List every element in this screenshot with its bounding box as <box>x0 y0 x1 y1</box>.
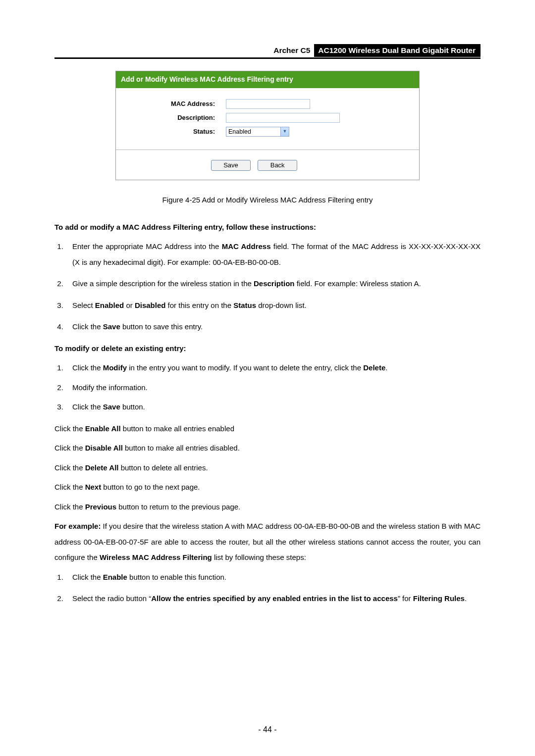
text: MAC Address <box>222 242 271 251</box>
text: Filtering Rules <box>413 594 465 603</box>
figure-caption: Figure 4-25 Add or Modify Wireless MAC A… <box>54 194 481 205</box>
text: Click the <box>72 322 103 331</box>
header-model: Archer C5 <box>269 45 314 56</box>
list-item: Give a simple description for the wirele… <box>65 276 481 292</box>
panel-banner: Add or Modify Wireless MAC Address Filte… <box>116 71 419 88</box>
label-mac: MAC Address: <box>131 99 226 109</box>
panel-body: MAC Address: Description: Status: ▼ <box>116 88 419 150</box>
para: Click the Enable All button to make all … <box>54 421 481 437</box>
list-item: Select Enabled or Disabled for this entr… <box>65 298 481 313</box>
header-product: AC1200 Wireless Dual Band Gigabit Router <box>314 44 481 57</box>
text: . <box>465 594 467 603</box>
row-mac: MAC Address: <box>131 99 404 109</box>
text: Enable <box>103 573 127 581</box>
text: Click the <box>54 503 85 511</box>
mac-filter-panel: Add or Modify Wireless MAC Address Filte… <box>115 71 420 180</box>
text: Save <box>103 403 120 411</box>
example-para: For example: If you desire that the wire… <box>54 518 481 565</box>
status-select-wrap[interactable]: ▼ <box>226 127 289 137</box>
text: button to go to the next page. <box>101 483 200 491</box>
text: Modify <box>103 363 127 372</box>
text: Allow the entries specified by any enabl… <box>151 594 398 603</box>
para: Click the Delete All button to delete al… <box>54 460 481 476</box>
text: ” for <box>398 594 413 603</box>
text: Previous <box>85 503 116 511</box>
label-desc: Description: <box>131 113 226 123</box>
text: in the entry you want to modify. If you … <box>127 363 363 372</box>
text: Delete <box>363 363 385 372</box>
mac-address-input[interactable] <box>226 99 310 109</box>
heading-modify: To modify or delete an existing entry: <box>54 344 186 353</box>
para: Click the Next button to go to the next … <box>54 479 481 495</box>
text: for this entry on the <box>165 301 233 309</box>
para: Click the Previous button to return to t… <box>54 499 481 515</box>
list-item: Click the Modify in the entry you want t… <box>65 360 481 376</box>
header-rule <box>54 57 481 59</box>
text: Delete All <box>85 463 119 472</box>
text: Enable All <box>85 424 121 433</box>
text: button to return to the previous page. <box>116 503 240 511</box>
text: Status <box>233 301 256 309</box>
list-item: Click the Save button to save this entry… <box>65 319 481 335</box>
list-steps: Click the Enable button to enable this f… <box>54 569 481 606</box>
text: field. For example: Wireless station A. <box>295 279 421 288</box>
text: button to enable this function. <box>127 573 226 581</box>
text: Enabled <box>95 301 124 309</box>
text: Click the <box>72 403 103 411</box>
text: Click the <box>72 363 103 372</box>
save-button[interactable]: Save <box>211 160 251 171</box>
text: Give a simple description for the wirele… <box>72 279 254 288</box>
label-status: Status: <box>131 127 226 137</box>
row-desc: Description: <box>131 113 404 123</box>
text: Click the <box>54 424 85 433</box>
text: Save <box>103 322 120 331</box>
status-select[interactable] <box>226 127 289 137</box>
text: or <box>124 301 135 309</box>
text: button to make all entries disabled. <box>123 444 240 452</box>
list-modify: Click the Modify in the entry you want t… <box>54 360 481 415</box>
doc-header: Archer C5 AC1200 Wireless Dual Band Giga… <box>54 45 481 56</box>
list-item: Click the Enable button to enable this f… <box>65 569 481 585</box>
text: button to save this entry. <box>120 322 203 331</box>
list-item: Click the Save button. <box>65 399 481 415</box>
description-input[interactable] <box>226 113 340 123</box>
list-add: Enter the appropriate MAC Address into t… <box>54 239 481 335</box>
text: Select the radio button “ <box>72 594 151 603</box>
row-status: Status: ▼ <box>131 127 404 137</box>
text: Click the <box>54 463 85 472</box>
list-item: Modify the information. <box>65 380 481 396</box>
list-item: Select the radio button “Allow the entri… <box>65 591 481 606</box>
list-item: Enter the appropriate MAC Address into t… <box>65 239 481 270</box>
text: Click the <box>72 573 103 581</box>
text: Select <box>72 301 95 309</box>
panel-buttons: Save Back <box>116 150 419 180</box>
text: button to make all entries enabled <box>121 424 234 433</box>
text: button. <box>120 403 145 411</box>
text: For example: <box>54 522 101 530</box>
para: Click the Disable All button to make all… <box>54 440 481 456</box>
text: list by following these steps: <box>212 553 306 561</box>
text: Next <box>85 483 102 491</box>
back-button[interactable]: Back <box>258 160 297 171</box>
text: Wireless MAC Address Filtering <box>100 553 212 561</box>
doc-body: To add or modify a MAC Address Filtering… <box>54 219 481 606</box>
text: Click the <box>54 444 85 452</box>
page-number: - 44 - <box>0 724 535 736</box>
text: Modify the information. <box>72 383 148 392</box>
text: Click the <box>54 483 85 491</box>
text: Disable All <box>85 444 123 452</box>
heading-add: To add or modify a MAC Address Filtering… <box>54 223 316 231</box>
text: Enter the appropriate MAC Address into t… <box>72 242 222 251</box>
text: Disabled <box>135 301 166 309</box>
text: Description <box>254 279 295 288</box>
text: drop-down list. <box>256 301 307 309</box>
text: . <box>385 363 387 372</box>
text: button to delete all entries. <box>119 463 208 472</box>
